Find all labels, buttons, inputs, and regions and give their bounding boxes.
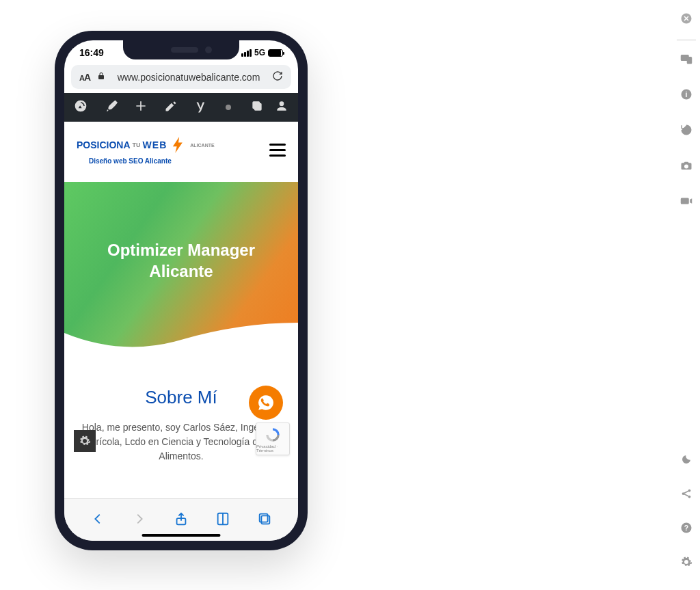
user-icon[interactable] [275, 99, 288, 116]
svg-rect-4 [260, 513, 268, 522]
tabs-icon[interactable] [257, 511, 272, 529]
edit-icon[interactable] [164, 99, 178, 116]
logo-word-web: WEB [143, 139, 167, 150]
status-indicator-icon [226, 105, 231, 110]
wave-divider [64, 306, 298, 360]
svg-text:?: ? [684, 524, 688, 532]
camera-icon[interactable] [680, 159, 692, 174]
tool-sidebar: i ? [673, 0, 700, 590]
share-icon[interactable] [174, 511, 189, 529]
svg-rect-7 [688, 57, 692, 64]
phone-screen: 16:49 5G AA www.posicionatuwebalicante.c… [64, 40, 298, 541]
help-icon[interactable]: ? [680, 522, 692, 537]
hero-title-line2: Alicante [107, 260, 255, 282]
logo-tagline: Diseño web SEO Alicante [89, 157, 215, 165]
svg-text:i: i [686, 90, 688, 98]
whatsapp-button[interactable] [249, 386, 283, 420]
copy-icon[interactable] [250, 99, 264, 116]
phone-device-frame: 16:49 5G AA www.posicionatuwebalicante.c… [55, 31, 308, 550]
settings-icon[interactable] [680, 556, 692, 571]
safari-bottom-nav [64, 498, 298, 541]
add-icon[interactable] [134, 99, 148, 116]
brush-icon[interactable] [104, 99, 118, 116]
logo-word-tu: TU [133, 142, 141, 148]
nav-forward-icon [132, 511, 147, 529]
browser-address-bar[interactable]: AA www.posicionatuwebalicante.com [71, 65, 291, 89]
info-icon[interactable]: i [680, 88, 692, 103]
yoast-icon[interactable] [194, 100, 209, 115]
devices-icon[interactable] [680, 53, 692, 68]
url-text: www.posicionatuwebalicante.com [112, 72, 265, 83]
logo-word-alicante: ALICANTE [190, 143, 214, 148]
recaptcha-label: Privacidad · Términos [256, 444, 289, 453]
logo-word-posiciona: POSICIONA [77, 139, 131, 150]
share-alt-icon[interactable] [680, 487, 692, 502]
about-text: Hola, me presento, soy Carlos Sáez, Inge… [81, 420, 281, 464]
svg-rect-1 [253, 102, 259, 108]
close-icon[interactable] [680, 12, 692, 27]
hero-title: Optimizer Manager Alicante [107, 239, 255, 282]
settings-overlay-button[interactable] [74, 430, 96, 452]
home-indicator[interactable] [142, 534, 221, 537]
video-icon[interactable] [680, 195, 692, 210]
moon-icon[interactable] [680, 453, 692, 468]
recaptcha-icon [264, 426, 282, 444]
site-logo[interactable]: POSICIONA TU WEB ALICANTE Diseño web SEO… [77, 135, 215, 165]
wp-admin-toolbar [64, 93, 298, 122]
bookmarks-icon[interactable] [215, 511, 230, 529]
recaptcha-badge[interactable]: Privacidad · Términos [256, 423, 290, 455]
svg-rect-3 [262, 515, 270, 524]
reload-icon[interactable] [272, 70, 283, 83]
status-time: 16:49 [79, 47, 104, 58]
text-size-icon[interactable]: AA [79, 72, 90, 83]
lightning-icon [169, 135, 188, 155]
signal-icon [241, 49, 252, 57]
gear-icon [79, 435, 91, 447]
rotate-icon[interactable] [680, 124, 692, 139]
dashboard-icon[interactable] [74, 99, 88, 116]
hamburger-menu-icon[interactable] [269, 144, 286, 157]
hero-title-line1: Optimizer Manager [107, 239, 255, 260]
network-label: 5G [254, 48, 265, 57]
battery-icon [268, 49, 283, 57]
hero-section: Optimizer Manager Alicante [64, 182, 298, 360]
whatsapp-icon [257, 394, 275, 412]
phone-notch [123, 40, 239, 59]
site-header: POSICIONA TU WEB ALICANTE Diseño web SEO… [64, 122, 298, 172]
lock-icon [97, 72, 105, 82]
nav-back-icon[interactable] [90, 511, 105, 529]
